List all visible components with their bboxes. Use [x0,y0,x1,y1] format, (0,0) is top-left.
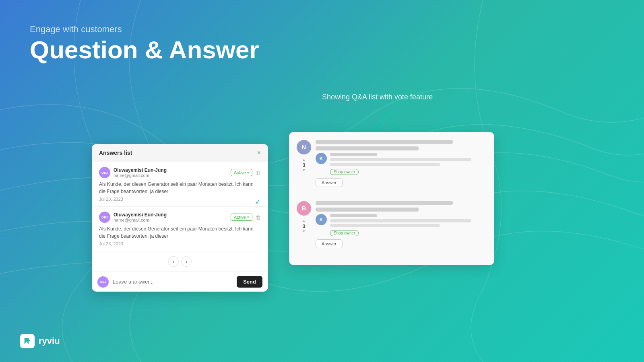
answer-date: Jul 23, 2023 [99,197,261,202]
vote-down-icon[interactable]: ▼ [302,168,306,173]
vote-section: ▲ 3 ▼ [302,158,306,173]
vote-count: 3 [302,223,305,230]
annotation-text: Showing Q&A list with vote feature [322,92,433,103]
pagination: ‹ › [92,251,268,272]
answer-text-line [330,158,471,161]
answer-actions: Active ▾ 🗑 [231,169,261,176]
shop-owner-badge: Shop owner [330,169,359,175]
answers-modal-title: Answers list [99,150,132,156]
answer-text-line [330,219,471,222]
status-badge[interactable]: Active ▾ [231,214,252,221]
answer-text: Als Kunde, der diesen Generator seit ein… [99,225,261,240]
answer-text: Als Kunde, der diesen Generator seit ein… [99,181,261,195]
answer-avatar: K [316,214,327,225]
vote-up-icon[interactable]: ▲ [302,158,306,162]
chevron-down-icon: ▾ [247,215,249,219]
user-name: Oluwayemisi Eun-Jung [114,212,167,218]
user-email: name@gmail.com [114,173,167,178]
answer-name-line [330,214,377,217]
qa-divider [296,196,487,196]
qa-panel: N ▲ 3 ▼ K Shop owner Answer [289,132,494,265]
main-title: Question & Answer [30,36,259,64]
qa-item-left: N ▲ 3 ▼ [296,140,312,187]
qa-answer-content: Shop owner [330,214,487,236]
compose-row: OEJ Send [92,272,268,292]
avatar: OEJ [99,212,110,223]
avatar: N [297,140,311,154]
answer-item-header: OEJ Oluwayemisi Eun-Jung name@gmail.com … [99,212,261,223]
shop-owner-badge: Shop owner [330,230,359,236]
answer-button[interactable]: Answer [316,178,343,187]
answer-text-line [330,163,440,166]
checkmark-icon: ✓ [255,197,261,206]
engage-label: Engage with customers [30,24,259,35]
vote-count: 3 [302,162,305,169]
answer-item-header: OEJ Oluwayemisi Eun-Jung name@gmail.com … [99,167,261,178]
question-line [316,208,419,212]
send-button[interactable]: Send [237,276,262,288]
question-line [316,201,453,205]
vote-section: ▲ 3 ▼ [302,219,306,234]
answer-avatar: K [316,153,327,164]
chevron-down-icon: ▾ [247,171,249,175]
next-page-button[interactable]: › [181,256,192,267]
vote-up-icon[interactable]: ▲ [302,219,306,223]
answer-text-line [330,224,440,227]
status-badge[interactable]: Active ▾ [231,169,252,176]
answer-date: Jul 23, 2023 [99,241,261,246]
prev-page-button[interactable]: ‹ [168,256,179,267]
answer-item: OEJ Oluwayemisi Eun-Jung name@gmail.com … [92,162,268,207]
logo-text: ryviu [39,336,60,346]
user-name: Oluwayemisi Eun-Jung [114,167,167,173]
answer-actions: Active ▾ 🗑 [231,214,261,221]
question-line [316,146,419,150]
header-section: Engage with customers Question & Answer [30,24,259,64]
question-line [316,140,453,144]
delete-icon[interactable]: 🗑 [256,170,261,176]
qa-answer-content: Shop owner [330,153,487,175]
qa-item-left: B ▲ 3 ▼ [296,201,312,248]
vote-down-icon[interactable]: ▼ [302,229,306,234]
avatar: B [297,201,311,216]
avatar: OEJ [99,167,110,178]
delete-icon[interactable]: 🗑 [256,214,261,220]
answer-item: OEJ Oluwayemisi Eun-Jung name@gmail.com … [92,207,268,251]
qa-content: K Shop owner Answer [316,201,487,248]
logo-icon [20,334,35,348]
qa-answer-row: K Shop owner [316,153,487,175]
answers-modal: Answers list × OEJ Oluwayemisi Eun-Jung … [92,144,268,292]
qa-item: N ▲ 3 ▼ K Shop owner Answer [296,140,487,187]
answers-modal-header: Answers list × [92,144,268,162]
answer-name-line [330,153,377,156]
user-email: name@gmail.com [114,218,167,222]
qa-content: K Shop owner Answer [316,140,487,187]
compose-avatar: OEJ [97,276,109,288]
close-button[interactable]: × [257,150,261,156]
answer-button[interactable]: Answer [316,239,343,248]
compose-input[interactable] [113,279,233,285]
logo-section: ryviu [20,334,60,348]
qa-answer-row: K Shop owner [316,214,487,236]
answer-user-info: OEJ Oluwayemisi Eun-Jung name@gmail.com [99,167,167,178]
answer-user-info: OEJ Oluwayemisi Eun-Jung name@gmail.com [99,212,167,223]
qa-item: B ▲ 3 ▼ K Shop owner Answer [296,201,487,248]
